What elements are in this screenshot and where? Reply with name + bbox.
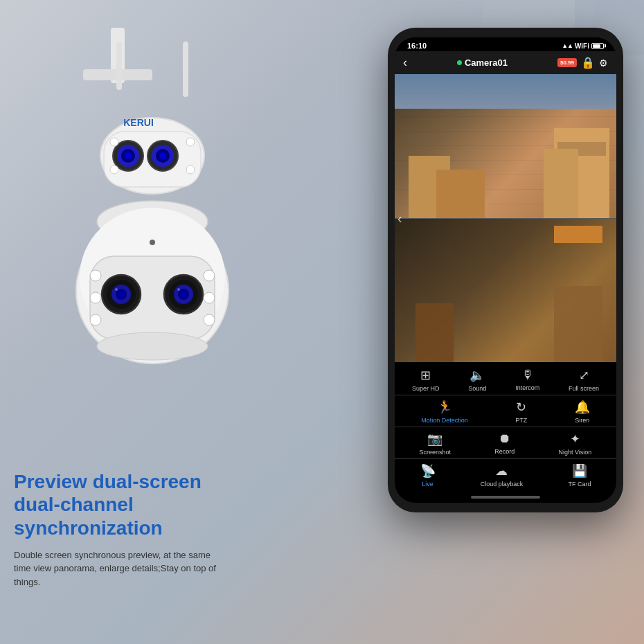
ptz-icon: ↻ xyxy=(516,400,526,415)
siren-label: Siren xyxy=(575,417,589,424)
svg-point-37 xyxy=(90,314,101,325)
phone-device: 16:10 ▲▲ WiFi ‹ Camera01 $0.99 xyxy=(388,28,623,512)
svg-rect-3 xyxy=(183,42,188,97)
tf-card-icon: 💾 xyxy=(572,463,587,478)
svg-point-16 xyxy=(186,138,195,146)
settings-icon[interactable]: ⚙ xyxy=(599,57,608,69)
svg-point-38 xyxy=(204,270,215,281)
fullscreen-icon: ⤢ xyxy=(579,368,589,383)
svg-point-28 xyxy=(115,288,118,291)
status-right-icons: ▲▲ WiFi xyxy=(562,42,604,50)
sky-bg xyxy=(395,74,616,109)
headline-text: Preview dual-screendual-channel synchron… xyxy=(14,471,202,539)
camera-name: Camera01 xyxy=(465,57,508,68)
motion-detection-btn[interactable]: 🏃 Motion Detection xyxy=(421,400,468,424)
siren-btn[interactable]: 🔔 Siren xyxy=(575,400,590,424)
record-label: Record xyxy=(494,448,515,455)
signal-icon: ▲▲ xyxy=(562,42,573,49)
status-bar: 16:10 ▲▲ WiFi xyxy=(395,37,616,51)
lock-icon: 🔒 xyxy=(581,56,595,69)
camera-name-wrap: Camera01 xyxy=(457,57,508,68)
left-content: Preview dual-screendual-channel synchron… xyxy=(14,470,277,589)
svg-point-41 xyxy=(97,332,208,360)
super-hd-btn[interactable]: ⊞ Super HD xyxy=(412,368,440,392)
svg-point-33 xyxy=(181,292,186,297)
screenshot-label: Screenshot xyxy=(420,449,451,456)
status-time: 16:10 xyxy=(407,42,427,50)
svg-point-34 xyxy=(177,288,180,291)
night-building-2 xyxy=(415,303,454,362)
siren-icon: 🔔 xyxy=(575,400,590,415)
svg-point-27 xyxy=(118,292,124,297)
status-dot xyxy=(457,60,462,65)
intercom-label: Intercom xyxy=(515,384,539,391)
wifi-icon: WiFi xyxy=(575,42,589,50)
fullscreen-btn[interactable]: ⤢ Full screen xyxy=(569,368,599,392)
night-building-1 xyxy=(554,286,602,362)
svg-rect-2 xyxy=(116,42,122,90)
screenshot-btn[interactable]: 📷 Screenshot xyxy=(420,431,451,456)
top-nav: ‹ Camera01 $0.99 🔒 ⚙ xyxy=(395,51,616,74)
feed-arrow-left[interactable]: ‹ xyxy=(397,211,402,226)
svg-text:KERUI: KERUI xyxy=(123,117,154,128)
svg-point-36 xyxy=(90,292,101,303)
tf-card-label: TF Card xyxy=(568,481,591,488)
toolbar-row-3: 📷 Screenshot ⏺ Record ✦ Night Vision xyxy=(395,427,616,459)
phone-screen: 16:10 ▲▲ WiFi ‹ Camera01 $0.99 xyxy=(395,37,616,503)
sound-icon: 🔈 xyxy=(469,368,485,383)
svg-point-39 xyxy=(204,292,215,303)
sound-label: Sound xyxy=(468,385,486,392)
night-vision-icon: ✦ xyxy=(570,431,580,447)
camera-illustration: KERUI xyxy=(14,28,291,443)
svg-point-40 xyxy=(204,314,215,325)
tf-card-btn[interactable]: 💾 TF Card xyxy=(568,463,591,488)
building-small xyxy=(436,170,485,218)
night-vision-label: Night Vision xyxy=(559,449,592,456)
super-hd-label: Super HD xyxy=(412,385,440,392)
svg-point-9 xyxy=(125,152,132,159)
description-text: Double screen synchronous preview, at th… xyxy=(14,548,222,589)
super-hd-icon: ⊞ xyxy=(420,368,431,383)
live-icon: 📡 xyxy=(420,463,436,478)
svg-point-42 xyxy=(150,240,155,245)
ptz-btn[interactable]: ↻ PTZ xyxy=(515,400,527,424)
cloud-label: Cloud playback xyxy=(481,481,524,488)
feed-bottom xyxy=(395,218,616,362)
svg-point-35 xyxy=(90,270,101,281)
battery-icon xyxy=(591,43,604,49)
headline: Preview dual-screendual-channel synchron… xyxy=(14,470,277,540)
motion-label: Motion Detection xyxy=(421,417,468,424)
svg-point-17 xyxy=(186,166,195,174)
cloud-icon: ☁ xyxy=(495,463,508,478)
building-mid xyxy=(544,149,578,218)
intercom-icon: 🎙 xyxy=(521,368,534,382)
feed-top xyxy=(395,74,616,218)
nav-right: $0.99 🔒 ⚙ xyxy=(557,56,608,69)
promo-badge[interactable]: $0.99 xyxy=(557,58,577,67)
ptz-label: PTZ xyxy=(515,417,527,424)
intercom-btn[interactable]: 🎙 Intercom xyxy=(515,368,539,392)
toolbar-row-2: 🏃 Motion Detection ↻ PTZ 🔔 Siren xyxy=(395,395,616,427)
night-vision-btn[interactable]: ✦ Night Vision xyxy=(559,431,592,456)
back-button[interactable]: ‹ xyxy=(403,55,407,70)
live-label: Live xyxy=(422,481,433,488)
toolbar-row-4: 📡 Live ☁ Cloud playback 💾 TF Card xyxy=(395,459,616,493)
sound-btn[interactable]: 🔈 Sound xyxy=(468,368,486,392)
screenshot-icon: 📷 xyxy=(427,431,442,447)
live-btn[interactable]: 📡 Live xyxy=(420,463,436,488)
phone-outer: 16:10 ▲▲ WiFi ‹ Camera01 $0.99 xyxy=(388,28,623,512)
svg-point-13 xyxy=(159,152,166,159)
camera-feed: ‹ xyxy=(395,74,616,362)
motion-icon: 🏃 xyxy=(437,400,452,415)
svg-point-15 xyxy=(110,166,118,174)
battery-fill xyxy=(593,44,600,48)
home-indicator xyxy=(471,496,540,499)
record-btn[interactable]: ⏺ Record xyxy=(494,431,515,456)
toolbar-row-1: ⊞ Super HD 🔈 Sound 🎙 Intercom ⤢ Full scr… xyxy=(395,362,616,395)
cloud-playback-btn[interactable]: ☁ Cloud playback xyxy=(481,463,524,488)
record-icon: ⏺ xyxy=(499,431,511,446)
svg-point-14 xyxy=(110,138,118,146)
fullscreen-label: Full screen xyxy=(569,385,599,392)
night-window-1 xyxy=(554,226,602,243)
